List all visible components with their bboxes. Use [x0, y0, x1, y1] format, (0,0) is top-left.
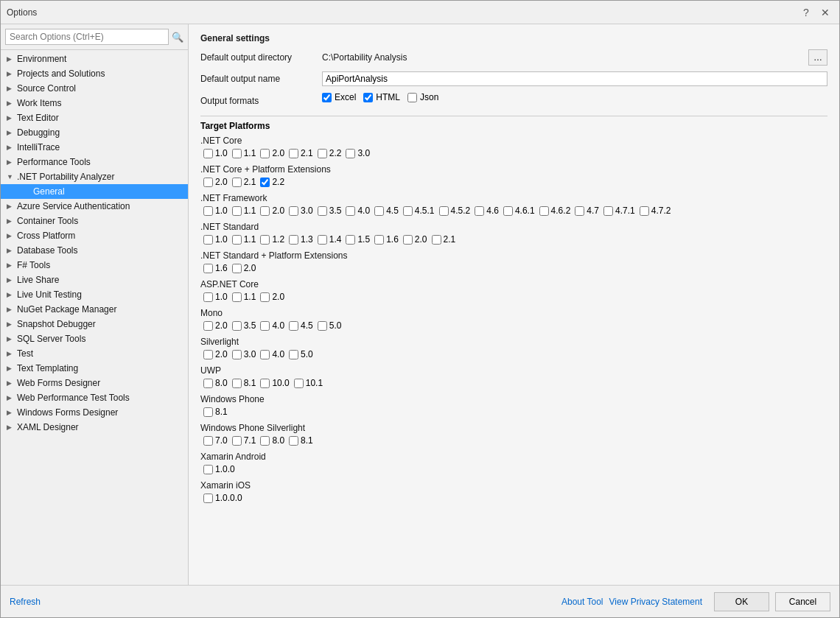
tree-item-fsharp-tools[interactable]: ▶F# Tools [1, 258, 188, 273]
tree-item-live-share[interactable]: ▶Live Share [1, 273, 188, 287]
version-checkbox[interactable] [289, 350, 298, 359]
version-checkbox[interactable] [318, 149, 327, 158]
tree-item-web-performance-test-tools[interactable]: ▶Web Performance Test Tools [1, 390, 188, 405]
tree-item-container-tools[interactable]: ▶Container Tools [1, 214, 188, 228]
search-input[interactable] [5, 29, 169, 45]
version-check[interactable]: 4.5 [289, 320, 313, 331]
version-check[interactable]: 8.1 [232, 378, 256, 388]
version-checkbox[interactable] [294, 379, 304, 388]
version-check[interactable]: 1.0 [203, 148, 228, 158]
version-check[interactable]: 1.0.0 [203, 464, 235, 474]
version-check[interactable]: 7.0 [203, 435, 228, 446]
version-check[interactable]: 2.0 [260, 148, 284, 158]
browse-button[interactable]: … [808, 49, 827, 66]
version-checkbox[interactable] [403, 235, 413, 245]
help-button[interactable]: ? [798, 5, 814, 20]
version-check[interactable]: 1.3 [289, 234, 313, 245]
version-checkbox[interactable] [539, 206, 549, 216]
version-checkbox[interactable] [346, 235, 355, 245]
version-checkbox[interactable] [374, 206, 384, 216]
tree-item-intellitrace[interactable]: ▶IntelliTrace [1, 140, 188, 155]
version-checkbox[interactable] [318, 321, 327, 331]
version-check[interactable]: 2.1 [289, 148, 313, 158]
tree-item-cross-platform[interactable]: ▶Cross Platform [1, 228, 188, 243]
version-checkbox[interactable] [346, 206, 355, 216]
view-privacy-link[interactable]: View Privacy Statement [609, 597, 703, 607]
version-checkbox[interactable] [503, 206, 513, 216]
version-checkbox[interactable] [203, 235, 213, 245]
version-checkbox[interactable] [232, 436, 242, 446]
version-checkbox[interactable] [289, 149, 298, 158]
version-check[interactable]: 1.1 [232, 206, 256, 216]
version-check[interactable]: 7.1 [232, 435, 256, 446]
refresh-link[interactable]: Refresh [10, 597, 41, 607]
version-checkbox[interactable] [203, 465, 213, 474]
tree-item-web-forms-designer[interactable]: ▶Web Forms Designer [1, 376, 188, 390]
version-check[interactable]: 3.0 [346, 148, 370, 158]
tree-item-live-unit-testing[interactable]: ▶Live Unit Testing [1, 287, 188, 302]
version-checkbox[interactable] [289, 436, 298, 446]
tree-item-text-templating[interactable]: ▶Text Templating [1, 361, 188, 376]
version-checkbox[interactable] [439, 206, 449, 216]
version-check[interactable]: 5.0 [318, 320, 342, 331]
version-check[interactable]: 1.1 [232, 292, 256, 302]
version-check[interactable]: 1.5 [346, 234, 370, 245]
version-check[interactable]: 4.5.2 [439, 206, 471, 216]
tree-item-debugging[interactable]: ▶Debugging [1, 125, 188, 140]
version-checkbox[interactable] [318, 235, 327, 245]
close-button[interactable]: ✕ [817, 5, 833, 20]
format-html[interactable]: HTML [363, 92, 400, 102]
version-checkbox[interactable] [260, 436, 270, 446]
version-check[interactable]: 2.0 [203, 320, 228, 331]
version-check[interactable]: 2.1 [232, 177, 256, 187]
version-checkbox[interactable] [260, 178, 270, 187]
version-check[interactable]: 4.7.2 [640, 206, 671, 216]
default-output-name-input[interactable] [322, 71, 827, 86]
version-checkbox[interactable] [232, 321, 242, 331]
tree-item-snapshot-debugger[interactable]: ▶Snapshot Debugger [1, 317, 188, 331]
version-checkbox[interactable] [374, 235, 384, 245]
format-checkbox-excel[interactable] [322, 93, 332, 102]
version-checkbox[interactable] [232, 264, 242, 273]
version-check[interactable]: 4.0 [260, 320, 284, 331]
version-check[interactable]: 3.0 [232, 349, 256, 359]
version-checkbox[interactable] [289, 321, 298, 331]
version-check[interactable]: 8.1 [203, 407, 228, 417]
format-checkbox-json[interactable] [407, 93, 417, 102]
tree-item-text-editor[interactable]: ▶Text Editor [1, 110, 188, 125]
version-check[interactable]: 2.2 [318, 148, 342, 158]
version-check[interactable]: 1.1 [232, 234, 256, 245]
version-checkbox[interactable] [575, 206, 584, 216]
version-check[interactable]: 8.1 [289, 435, 313, 446]
version-checkbox[interactable] [260, 292, 270, 302]
version-checkbox[interactable] [475, 206, 484, 216]
version-check[interactable]: 4.7 [575, 206, 599, 216]
version-check[interactable]: 4.6.2 [539, 206, 571, 216]
version-checkbox[interactable] [260, 379, 270, 388]
version-checkbox[interactable] [403, 206, 413, 216]
version-checkbox[interactable] [260, 149, 270, 158]
about-tool-link[interactable]: About Tool [561, 597, 603, 607]
version-checkbox[interactable] [203, 178, 213, 187]
version-checkbox[interactable] [318, 206, 327, 216]
version-checkbox[interactable] [640, 206, 649, 216]
tree-item-net-portability-analyzer[interactable]: ▼.NET Portability Analyzer [1, 169, 188, 184]
cancel-button[interactable]: Cancel [775, 592, 830, 611]
version-checkbox[interactable] [260, 350, 270, 359]
version-check[interactable]: 2.0 [232, 263, 256, 273]
version-checkbox[interactable] [232, 350, 242, 359]
version-check[interactable]: 5.0 [289, 349, 313, 359]
tree-item-performance-tools[interactable]: ▶Performance Tools [1, 155, 188, 169]
version-checkbox[interactable] [203, 407, 213, 417]
tree-item-test[interactable]: ▶Test [1, 346, 188, 361]
version-checkbox[interactable] [203, 321, 213, 331]
version-check[interactable]: 2.2 [260, 177, 284, 187]
tree-item-general[interactable]: General [1, 184, 188, 199]
ok-button[interactable]: OK [714, 592, 769, 611]
version-check[interactable]: 4.5.1 [403, 206, 435, 216]
version-checkbox[interactable] [603, 206, 613, 216]
version-check[interactable]: 8.0 [203, 378, 228, 388]
version-checkbox[interactable] [260, 235, 270, 245]
version-checkbox[interactable] [232, 379, 242, 388]
version-check[interactable]: 1.2 [260, 234, 284, 245]
